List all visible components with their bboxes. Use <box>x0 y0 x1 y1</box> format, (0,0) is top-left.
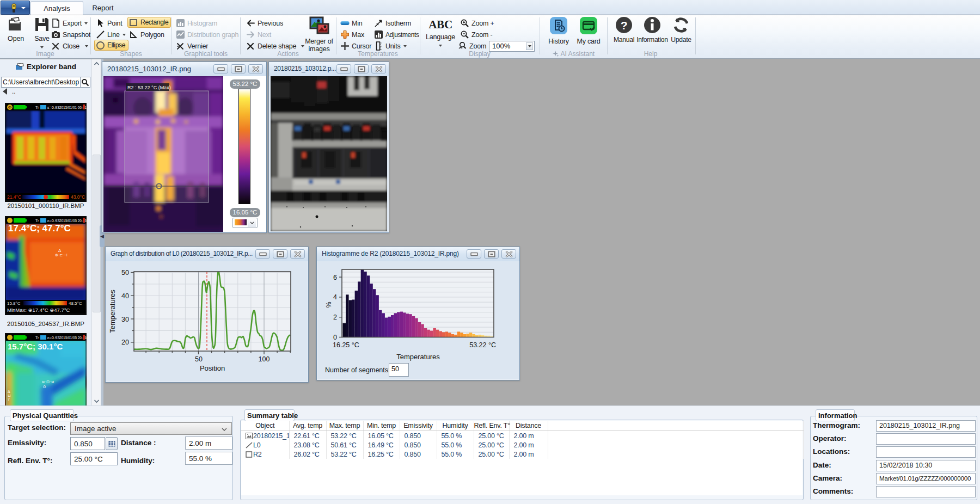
svg-text:50: 50 <box>195 355 203 363</box>
svg-text:6: 6 <box>333 274 337 281</box>
svg-text:ε=0.93: ε=0.93 <box>47 218 59 223</box>
svg-text:Position: Position <box>200 364 225 372</box>
svg-text:50: 50 <box>121 269 129 276</box>
svg-text:Φ: Φ <box>8 105 11 110</box>
svg-text:43.0°C: 43.0°C <box>71 194 85 200</box>
svg-text:⊕·⊏·⊣: ⊕·⊏·⊣ <box>55 253 68 257</box>
svg-text:0: 0 <box>333 334 337 341</box>
svg-text:15.7°C; 30.1°C: 15.7°C; 30.1°C <box>8 342 63 351</box>
svg-text:4: 4 <box>333 293 337 301</box>
svg-text:MinMax: ⊕17.4°C ⊕47.7°C: MinMax: ⊕17.4°C ⊕47.7°C <box>7 307 70 313</box>
svg-text:2015/01/05 20:45:37: 2015/01/05 20:45:37 <box>59 219 87 223</box>
svg-text:Temperatures: Temperatures <box>396 353 440 361</box>
svg-text:Δ: Δ <box>58 248 62 253</box>
svg-text:ε=0.93: ε=0.93 <box>47 335 59 340</box>
svg-text:ε=0.93: ε=0.93 <box>47 105 59 110</box>
svg-text:Tr: Tr <box>35 336 39 340</box>
svg-text:16.25 °C: 16.25 °C <box>333 341 359 349</box>
svg-text:100: 100 <box>259 355 270 363</box>
svg-text:Δ: Δ <box>43 384 46 389</box>
svg-text:53.22 °C: 53.22 °C <box>469 341 496 349</box>
svg-text:20: 20 <box>121 339 129 346</box>
svg-text:48.5°C: 48.5°C <box>69 301 82 306</box>
svg-text:2: 2 <box>333 314 337 321</box>
svg-text:Tr: Tr <box>35 106 39 109</box>
svg-text:2015/01/01 00:01:10: 2015/01/01 00:01:10 <box>59 106 87 109</box>
svg-text:Temperatures: Temperatures <box>108 290 117 333</box>
svg-text:%: % <box>325 302 333 308</box>
svg-text:15.8°C: 15.8°C <box>7 301 21 306</box>
svg-text:17.4°C; 47.7°C: 17.4°C; 47.7°C <box>8 223 71 233</box>
svg-text:21.4°C: 21.4°C <box>7 194 21 200</box>
svg-text:?: ? <box>621 19 628 32</box>
svg-text:30: 30 <box>121 316 129 323</box>
svg-text:2015/01/05 20:46:07: 2015/01/05 20:46:07 <box>59 336 87 340</box>
svg-text:40: 40 <box>121 292 129 300</box>
svg-text:R2 : 53.22 °C (Max): R2 : 53.22 °C (Max) <box>127 85 171 90</box>
svg-text:Tr: Tr <box>35 219 39 223</box>
svg-text:⊳·⊡·⊲: ⊳·⊡·⊲ <box>42 380 54 384</box>
